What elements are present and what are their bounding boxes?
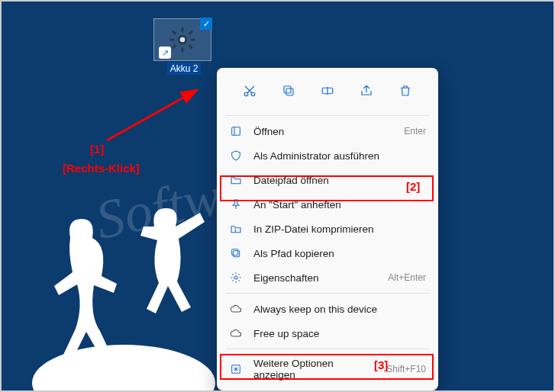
- svg-rect-18: [232, 127, 240, 136]
- context-menu: Öffnen Enter Als Administrator ausführen…: [217, 68, 438, 390]
- menu-copy-path[interactable]: Als Pfad kopieren: [217, 241, 438, 265]
- svg-rect-5: [191, 39, 195, 41]
- svg-rect-20: [232, 249, 238, 255]
- desktop-shortcut[interactable]: ↗ ✓ Akku 2: [153, 18, 215, 75]
- gear-icon: [169, 26, 196, 53]
- svg-rect-6: [172, 31, 176, 35]
- copy-path-icon: [229, 246, 243, 260]
- menu-shortcut: Enter: [404, 126, 426, 137]
- svg-rect-2: [182, 27, 184, 32]
- menu-always-keep[interactable]: Always keep on this device: [217, 297, 438, 321]
- menu-label: Always keep on this device: [253, 304, 426, 315]
- svg-rect-9: [189, 31, 193, 35]
- menu-label: Free up space: [253, 328, 426, 339]
- selection-check-icon: ✓: [200, 18, 212, 30]
- menu-free-space[interactable]: Free up space: [217, 321, 438, 345]
- svg-rect-14: [286, 88, 293, 95]
- menu-shortcut: Shift+F10: [386, 364, 426, 374]
- menu-divider: [226, 293, 429, 294]
- admin-shield-icon: [229, 149, 243, 162]
- shortcut-iconbox: ↗ ✓: [153, 18, 211, 61]
- svg-rect-7: [189, 44, 193, 49]
- svg-rect-15: [284, 86, 291, 93]
- annotation-rightclick: [Rechts-Klick]: [63, 162, 140, 175]
- pin-icon: [229, 198, 243, 211]
- shortcut-label: Akku 2: [167, 63, 202, 75]
- menu-label: Als Administrator ausführen: [253, 150, 426, 162]
- cloud-keep-icon: [229, 302, 243, 316]
- context-top-iconrow: [217, 72, 438, 112]
- svg-line-11: [107, 90, 197, 140]
- svg-point-0: [32, 345, 215, 390]
- menu-label: Öffnen: [253, 126, 393, 137]
- svg-rect-8: [172, 44, 176, 49]
- copy-icon[interactable]: [275, 77, 302, 104]
- svg-point-21: [234, 276, 237, 279]
- svg-rect-3: [182, 48, 184, 53]
- menu-label: An "Start" anheften: [253, 199, 426, 210]
- open-icon: [229, 124, 243, 138]
- menu-shortcut: Alt+Enter: [388, 272, 426, 283]
- zip-icon: [229, 222, 243, 236]
- menu-label: In ZIP-Datei komprimieren: [253, 223, 426, 235]
- cut-icon[interactable]: [236, 77, 263, 104]
- annotation-3: [3]: [374, 358, 388, 371]
- shortcut-arrow-icon: ↗: [159, 47, 171, 59]
- menu-open[interactable]: Öffnen Enter: [217, 119, 438, 143]
- menu-run-admin[interactable]: Als Administrator ausführen: [217, 143, 438, 168]
- svg-point-10: [180, 37, 186, 43]
- menu-properties[interactable]: Eigenschaften Alt+Enter: [217, 265, 438, 290]
- menu-label: Als Pfad kopieren: [253, 248, 426, 259]
- cloud-free-icon: [229, 326, 243, 340]
- menu-pin-start[interactable]: An "Start" anheften: [217, 192, 438, 217]
- menu-open-path[interactable]: Dateipfad öffnen: [217, 168, 438, 192]
- menu-label: Dateipfad öffnen: [253, 175, 426, 186]
- properties-icon: [229, 271, 243, 284]
- share-icon[interactable]: [353, 77, 380, 104]
- rename-icon[interactable]: [314, 77, 341, 104]
- menu-more-options[interactable]: Weitere Optionen anzeigen Shift+F10: [217, 352, 438, 386]
- menu-zip[interactable]: In ZIP-Datei komprimieren: [217, 217, 438, 241]
- menu-divider: [226, 349, 429, 349]
- menu-label: Eigenschaften: [253, 272, 377, 284]
- annotation-arrow: [101, 85, 208, 146]
- annotation-1: [1]: [90, 143, 104, 156]
- folder-icon: [229, 173, 243, 187]
- svg-rect-19: [234, 251, 240, 257]
- delete-icon[interactable]: [392, 77, 419, 104]
- menu-label: Weitere Optionen anzeigen: [253, 358, 376, 381]
- more-options-icon: [229, 362, 243, 376]
- decorative-silhouette: [24, 185, 223, 390]
- menu-divider: [226, 115, 429, 116]
- annotation-2: [2]: [406, 180, 420, 193]
- svg-rect-4: [170, 39, 175, 41]
